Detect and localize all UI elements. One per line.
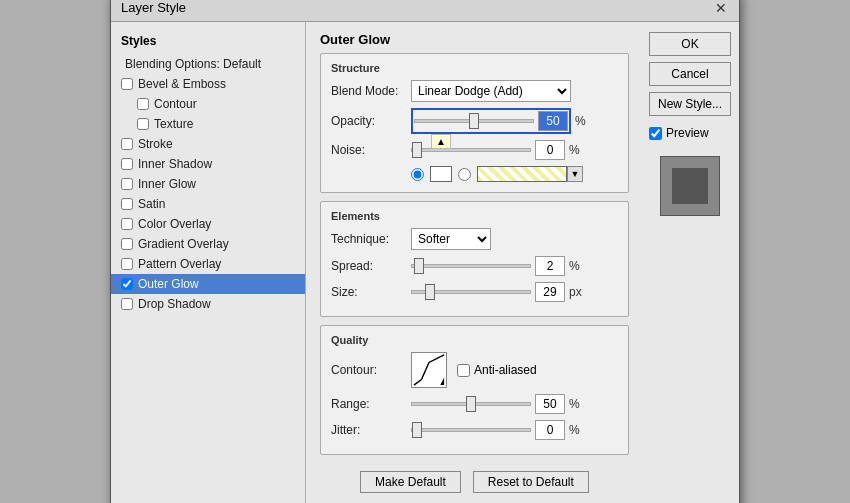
size-row: Size: px bbox=[331, 282, 618, 302]
pattern-overlay-checkbox[interactable] bbox=[121, 258, 133, 270]
satin-checkbox[interactable] bbox=[121, 198, 133, 210]
jitter-slider[interactable] bbox=[411, 428, 531, 432]
bottom-buttons: Make Default Reset to Default bbox=[320, 463, 629, 503]
dialog-body: Styles Blending Options: Default Bevel &… bbox=[111, 22, 739, 503]
reset-to-default-button[interactable]: Reset to Default bbox=[473, 471, 589, 493]
sidebar-item-drop-shadow[interactable]: Drop Shadow bbox=[111, 294, 305, 314]
drop-shadow-checkbox[interactable] bbox=[121, 298, 133, 310]
sidebar-item-contour[interactable]: Contour bbox=[111, 94, 305, 114]
spread-unit: % bbox=[569, 259, 580, 273]
glow-solid-radio[interactable] bbox=[411, 168, 424, 181]
outer-glow-label: Outer Glow bbox=[138, 277, 199, 291]
range-row: Range: % bbox=[331, 394, 618, 414]
sidebar-item-bevel-emboss[interactable]: Bevel & Emboss bbox=[111, 74, 305, 94]
preview-label: Preview bbox=[666, 126, 709, 140]
sidebar-item-satin[interactable]: Satin bbox=[111, 194, 305, 214]
gradient-overlay-checkbox[interactable] bbox=[121, 238, 133, 250]
jitter-label: Jitter: bbox=[331, 423, 411, 437]
anti-aliased-checkbox[interactable] bbox=[457, 364, 470, 377]
opacity-label: Opacity: bbox=[331, 114, 411, 128]
contour-preview[interactable] bbox=[411, 352, 447, 388]
sidebar-title: Styles bbox=[111, 30, 305, 54]
inner-glow-checkbox[interactable] bbox=[121, 178, 133, 190]
range-value-input[interactable] bbox=[535, 394, 565, 414]
spread-slider[interactable] bbox=[411, 264, 531, 268]
title-bar: Layer Style ✕ bbox=[111, 0, 739, 22]
range-slider[interactable] bbox=[411, 402, 531, 406]
contour-label: Contour: bbox=[331, 363, 411, 377]
contour-row: Contour: Anti-aliased bbox=[331, 352, 618, 388]
size-slider[interactable] bbox=[411, 290, 531, 294]
anti-alias-row: Anti-aliased bbox=[457, 363, 537, 377]
sidebar-item-gradient-overlay[interactable]: Gradient Overlay bbox=[111, 234, 305, 254]
noise-value-input[interactable] bbox=[535, 140, 565, 160]
size-unit: px bbox=[569, 285, 582, 299]
close-button[interactable]: ✕ bbox=[713, 1, 729, 15]
preview-area bbox=[649, 156, 731, 216]
cancel-button[interactable]: Cancel bbox=[649, 62, 731, 86]
pattern-overlay-label: Pattern Overlay bbox=[138, 257, 221, 271]
size-value-input[interactable] bbox=[535, 282, 565, 302]
contour-label: Contour bbox=[154, 97, 197, 111]
range-unit: % bbox=[569, 397, 580, 411]
sidebar-item-blending-options[interactable]: Blending Options: Default bbox=[111, 54, 305, 74]
preview-inner bbox=[672, 168, 708, 204]
sidebar-item-color-overlay[interactable]: Color Overlay bbox=[111, 214, 305, 234]
blend-mode-select[interactable]: Linear Dodge (Add) Normal Screen bbox=[411, 80, 571, 102]
blend-mode-row: Blend Mode: Linear Dodge (Add) Normal Sc… bbox=[331, 80, 618, 102]
noise-unit: % bbox=[569, 143, 580, 157]
sidebar-item-inner-glow[interactable]: Inner Glow bbox=[111, 174, 305, 194]
spread-row: Spread: % bbox=[331, 256, 618, 276]
opacity-slider[interactable] bbox=[414, 119, 534, 123]
glow-color-swatch[interactable] bbox=[430, 166, 452, 182]
ok-button[interactable]: OK bbox=[649, 32, 731, 56]
drop-shadow-label: Drop Shadow bbox=[138, 297, 211, 311]
color-overlay-label: Color Overlay bbox=[138, 217, 211, 231]
opacity-slider-highlight bbox=[411, 108, 571, 134]
color-row: ▼ bbox=[411, 166, 618, 182]
jitter-value-input[interactable] bbox=[535, 420, 565, 440]
stroke-checkbox[interactable] bbox=[121, 138, 133, 150]
inner-shadow-checkbox[interactable] bbox=[121, 158, 133, 170]
contour-checkbox[interactable] bbox=[137, 98, 149, 110]
new-style-button[interactable]: New Style... bbox=[649, 92, 731, 116]
noise-slider[interactable] bbox=[411, 148, 531, 152]
glow-gradient-radio[interactable] bbox=[458, 168, 471, 181]
anti-aliased-label: Anti-aliased bbox=[474, 363, 537, 377]
sidebar: Styles Blending Options: Default Bevel &… bbox=[111, 22, 306, 503]
sidebar-item-stroke[interactable]: Stroke bbox=[111, 134, 305, 154]
inner-shadow-label: Inner Shadow bbox=[138, 157, 212, 171]
opacity-row: Opacity: % ▲ bbox=[331, 108, 618, 134]
spread-label: Spread: bbox=[331, 259, 411, 273]
structure-panel: Structure Blend Mode: Linear Dodge (Add)… bbox=[320, 53, 629, 193]
sidebar-item-inner-shadow[interactable]: Inner Shadow bbox=[111, 154, 305, 174]
color-overlay-checkbox[interactable] bbox=[121, 218, 133, 230]
dialog-title: Layer Style bbox=[121, 0, 186, 15]
layer-style-dialog: Layer Style ✕ Styles Blending Options: D… bbox=[110, 0, 740, 503]
preview-row: Preview bbox=[649, 126, 731, 140]
jitter-unit: % bbox=[569, 423, 580, 437]
preview-checkbox[interactable] bbox=[649, 127, 662, 140]
preview-box bbox=[660, 156, 720, 216]
outer-glow-checkbox[interactable] bbox=[121, 278, 133, 290]
sidebar-item-outer-glow[interactable]: Outer Glow bbox=[111, 274, 305, 294]
contour-svg bbox=[412, 353, 446, 387]
sidebar-item-texture[interactable]: Texture bbox=[111, 114, 305, 134]
make-default-button[interactable]: Make Default bbox=[360, 471, 461, 493]
technique-label: Technique: bbox=[331, 232, 411, 246]
texture-checkbox[interactable] bbox=[137, 118, 149, 130]
sidebar-item-pattern-overlay[interactable]: Pattern Overlay bbox=[111, 254, 305, 274]
jitter-row: Jitter: % bbox=[331, 420, 618, 440]
inner-glow-label: Inner Glow bbox=[138, 177, 196, 191]
technique-select[interactable]: Softer Precise bbox=[411, 228, 491, 250]
noise-row: Noise: % bbox=[331, 140, 618, 160]
blending-options-label: Blending Options: Default bbox=[121, 57, 261, 71]
bevel-emboss-checkbox[interactable] bbox=[121, 78, 133, 90]
gradient-swatch[interactable] bbox=[477, 166, 567, 182]
quality-panel: Quality Contour: bbox=[320, 325, 629, 455]
opacity-value-input[interactable] bbox=[538, 111, 568, 131]
gradient-dropdown-arrow[interactable]: ▼ bbox=[567, 166, 583, 182]
contour-controls: Anti-aliased bbox=[411, 352, 537, 388]
gradient-overlay-label: Gradient Overlay bbox=[138, 237, 229, 251]
spread-value-input[interactable] bbox=[535, 256, 565, 276]
